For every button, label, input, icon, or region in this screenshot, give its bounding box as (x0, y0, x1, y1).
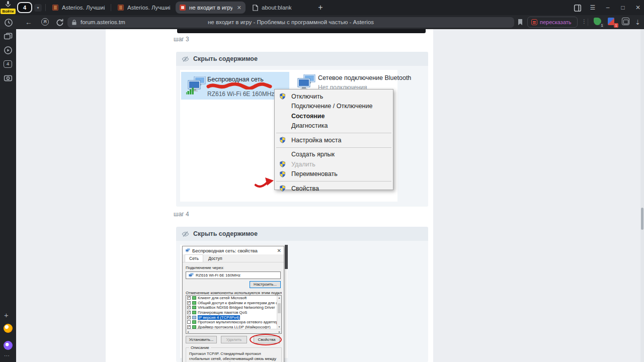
install-button[interactable]: Установить... (186, 336, 217, 343)
menu-item-create-shortcut[interactable]: Создать ярлык (275, 150, 393, 160)
components-listbox[interactable]: Клиент для сетей Microsoft Общий доступ … (186, 295, 282, 334)
yandex-services-icon[interactable]: Я (41, 18, 49, 26)
scroll-up-icon[interactable]: ▲ (277, 296, 281, 299)
omnibox[interactable]: forum.asterios.tm не входит в игру - Про… (67, 17, 514, 28)
component-row[interactable]: Общий доступ к файлам и принтерам для се… (186, 301, 277, 306)
history-clock-icon[interactable] (4, 18, 13, 27)
configure-button[interactable]: Настроить... (250, 281, 281, 288)
tabs-dropdown-icon[interactable]: ▾ (34, 4, 42, 12)
component-icon (192, 320, 196, 324)
adapter-properties-screenshot: Беспроводная сеть: свойства ✕ Сеть Досту… (180, 245, 288, 358)
login-badge[interactable]: Войти (1, 9, 16, 14)
back-icon[interactable]: ← (24, 18, 33, 27)
video-play-icon[interactable] (4, 46, 13, 55)
menu-item-disable[interactable]: Отключить (275, 92, 393, 102)
close-icon[interactable]: ✕ (634, 4, 642, 12)
maximize-icon[interactable]: □ (619, 4, 627, 12)
screenshot-icon[interactable] (4, 73, 13, 82)
wifi-adapter-item[interactable]: Беспроводная сеть RZ616 Wi-Fi 6E 160MHz (181, 72, 289, 100)
url-text[interactable]: forum.asterios.tm (80, 19, 125, 25)
tab-sharing[interactable]: Доступ (204, 255, 226, 262)
component-row-selected[interactable]: IP версия 4 (TCP/IPv4) (186, 315, 277, 320)
menu-item-properties[interactable]: Свойства (275, 184, 393, 194)
menu-item-connect-disconnect[interactable]: Подключение / Отключение (275, 102, 393, 112)
blank-page-icon (253, 5, 258, 11)
sidebar-more-icon[interactable]: ⋯ (4, 352, 10, 359)
asterios-favicon (118, 5, 124, 11)
wifi-adapter-detail: RZ616 Wi-Fi 6E 160MHz (207, 90, 274, 98)
bookmark-icon[interactable] (517, 19, 523, 26)
checkbox-checked-icon[interactable] (187, 296, 191, 300)
tab-asterios-1[interactable]: Asterios. Лучший игровой (48, 2, 109, 14)
spoiler-toggle[interactable]: Скрыть содержимое (176, 52, 428, 66)
checkbox-unchecked-icon[interactable] (187, 320, 191, 324)
uninstall-button[interactable]: Удалить (221, 336, 247, 343)
menu-separator (276, 147, 391, 148)
component-row[interactable]: VirtualBox NDIS6 Bridged Networking Driv… (186, 305, 277, 310)
tab-asterios-2[interactable]: Asterios. Лучший игровой (114, 2, 174, 14)
windows-cards-icon[interactable] (4, 32, 13, 41)
tab-separator (111, 4, 111, 11)
spoiler-content: Беспроводная сеть RZ616 Wi-Fi 6E 160MHz … (176, 66, 428, 207)
extension-chart-icon[interactable]: 1 (608, 18, 616, 26)
description-text: Протокол TCP/IP. Стандартный протокол гл… (186, 348, 281, 362)
menu-item-delete[interactable]: Удалить (275, 159, 393, 169)
uac-shield-icon (279, 185, 286, 192)
red-circle-annotation (250, 334, 282, 345)
step3-label: шаг 3 (174, 36, 189, 43)
wifi-properties-dialog: Беспроводная сеть: свойства ✕ Сеть Досту… (182, 246, 284, 362)
checkbox-checked-icon[interactable] (187, 311, 191, 314)
tab-strip: Войти 4 ▾ Asterios. Лучший игровой Aster… (0, 0, 644, 15)
eye-slash-icon (182, 55, 189, 63)
side-panel-icon[interactable] (574, 4, 582, 12)
scroll-right-icon[interactable]: ▸ (279, 330, 280, 333)
spoiler-block-step4: Скрыть содержимое Беспроводная сеть: сво… (176, 227, 428, 362)
component-icon (192, 325, 196, 329)
tab-about-blank[interactable]: about:blank (249, 2, 299, 14)
horizontal-scrollbar[interactable]: ◂ ▸ (186, 329, 281, 333)
checkbox-checked-icon[interactable] (187, 316, 191, 319)
menu-item-status[interactable]: Состояние (275, 111, 393, 121)
minimize-icon[interactable]: – (604, 4, 612, 12)
microphone-icon[interactable] (5, 1, 12, 8)
more-options-icon[interactable]: ⋮ (582, 19, 587, 24)
checkbox-checked-icon[interactable] (187, 301, 191, 305)
tab-counter[interactable]: 4 (17, 2, 32, 13)
yandex-browser-logo[interactable] (4, 324, 13, 333)
sidebar-add-icon[interactable]: + (4, 311, 9, 319)
extension-green-icon[interactable]: 1 (594, 18, 602, 26)
components-label: Отмеченные компоненты используются этим … (186, 291, 282, 295)
lock-icon (71, 19, 77, 26)
retell-button[interactable]: пересказать (527, 17, 578, 28)
tab-groups-icon[interactable]: 4 (4, 60, 12, 68)
tab-forum-active[interactable]: не входит в игру - Про ✕ (176, 2, 246, 14)
component-icon (192, 296, 196, 300)
component-icon (192, 311, 196, 314)
page-scrollbar-thumb[interactable] (641, 208, 643, 230)
scrollbar-thumb[interactable] (278, 303, 281, 313)
page-scrollbar[interactable] (640, 29, 644, 362)
tab-close-icon[interactable]: ✕ (236, 5, 242, 11)
tab-network[interactable]: Сеть (185, 254, 203, 262)
menu-icon[interactable]: ☰ (589, 4, 597, 12)
component-row[interactable]: Протокол мультиплексора сетевого адаптер… (186, 320, 277, 325)
menu-item-bridge[interactable]: Настройка моста (275, 135, 393, 145)
spoiler-toggle[interactable]: Скрыть содержимое (176, 227, 428, 241)
component-row[interactable]: Клиент для сетей Microsoft (186, 296, 277, 301)
downloads-icon[interactable]: ⇣ (635, 19, 643, 27)
vertical-scrollbar[interactable]: ▲ ▼ (277, 296, 281, 329)
menu-item-diagnostics[interactable]: Диагностика (275, 121, 393, 131)
checkbox-checked-icon[interactable] (187, 325, 191, 329)
menu-item-rename[interactable]: Переименовать (275, 169, 393, 179)
reload-icon[interactable] (55, 18, 64, 27)
scroll-left-icon[interactable]: ◂ (187, 330, 189, 333)
checkbox-checked-icon[interactable] (187, 306, 191, 309)
extension-outline-icon[interactable] (622, 18, 630, 26)
alice-assistant-icon[interactable] (4, 341, 13, 350)
browser-window: Войти 4 ▾ Asterios. Лучший игровой Aster… (0, 0, 644, 362)
description-label: Описание (189, 345, 211, 350)
component-row[interactable]: Планировщик пакетов QoS (186, 310, 277, 315)
new-tab-button[interactable]: + (316, 3, 325, 12)
dialog-close-icon[interactable]: ✕ (277, 248, 281, 253)
scroll-down-icon[interactable]: ▼ (277, 325, 281, 328)
